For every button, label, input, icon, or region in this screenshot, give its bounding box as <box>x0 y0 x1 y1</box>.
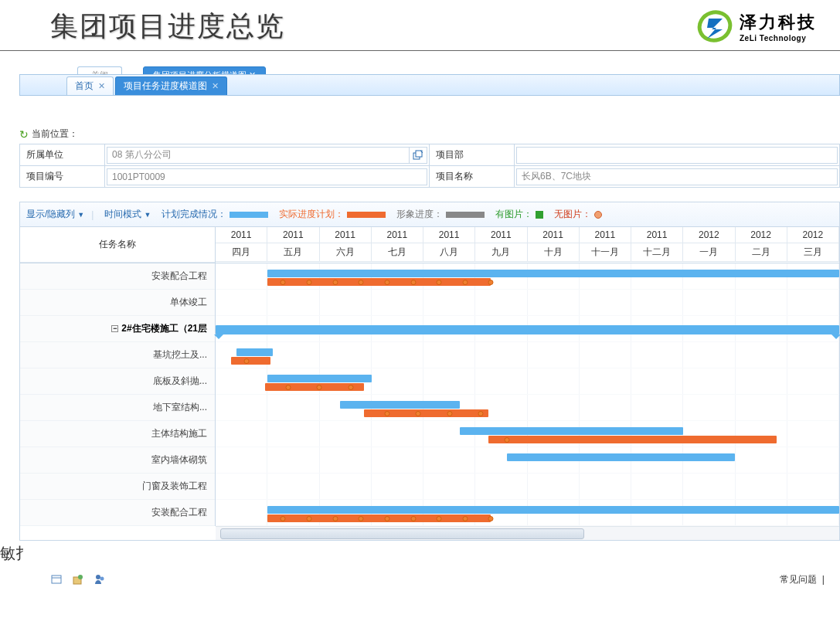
unit-label: 所属单位 <box>20 144 105 166</box>
chart-row <box>216 421 839 447</box>
task-row[interactable]: 门窗及装饰工程 <box>20 474 215 500</box>
chart-row <box>216 500 839 526</box>
progress-dot <box>348 385 353 390</box>
month-cell: 九月 <box>475 243 527 262</box>
plan-bar[interactable] <box>267 375 371 382</box>
task-row[interactable]: −2#住宅楼施工（21层 <box>20 316 215 342</box>
plan-bar[interactable] <box>507 453 736 461</box>
task-name: 主体结构施工 <box>151 427 207 440</box>
filter-form: 所属单位 项目部 项目编号 项目名称 <box>19 144 840 188</box>
year-cell: 2011 <box>528 227 580 243</box>
progress-dot <box>410 516 416 521</box>
actual-bar[interactable] <box>364 409 488 417</box>
actual-bar[interactable] <box>267 514 491 522</box>
legend-image-progress: 形象进度： <box>396 208 485 221</box>
progress-dot <box>462 280 468 285</box>
month-cell: 一月 <box>683 243 735 262</box>
plan-bar[interactable] <box>340 401 460 409</box>
legend-actual: 实际进度计划： <box>279 208 386 221</box>
year-cell: 2011 <box>631 227 683 243</box>
logo-icon <box>696 8 733 45</box>
scrollbar-thumb[interactable] <box>220 528 584 539</box>
close-icon[interactable]: ✕ <box>98 81 105 91</box>
task-name: 2#住宅楼施工（21层 <box>121 322 207 335</box>
logo: 泽力科技 ZeLi Technology <box>696 8 817 45</box>
code-input[interactable] <box>107 168 427 185</box>
progress-dot <box>447 411 452 416</box>
show-hide-columns[interactable]: 显示/隐藏列▼| <box>26 208 94 221</box>
task-row[interactable]: 地下室结构... <box>20 395 215 421</box>
task-row[interactable]: 主体结构施工 <box>20 421 215 447</box>
task-row[interactable]: 单体竣工 <box>20 290 215 316</box>
chart-row <box>216 368 839 395</box>
task-row[interactable]: 安装配合工程 <box>20 500 215 526</box>
plan-bar[interactable] <box>236 348 273 356</box>
task-row[interactable]: 底板及斜抛... <box>20 368 215 395</box>
refresh-icon[interactable]: ↻ <box>19 128 29 141</box>
chart-row <box>216 263 839 290</box>
footer-icon-3[interactable] <box>94 573 106 586</box>
task-column-header: 任务名称 <box>20 227 215 263</box>
tab-project-gantt[interactable]: 项目任务进度横道图 ✕ <box>115 76 227 95</box>
dept-input[interactable] <box>516 147 838 164</box>
close-icon[interactable]: ✕ <box>212 81 219 91</box>
horizontal-scrollbar[interactable] <box>216 526 839 540</box>
lookup-icon[interactable] <box>409 147 427 164</box>
page-title: 集团项目进度总览 <box>50 8 285 46</box>
year-cell: 2011 <box>267 227 319 243</box>
chevron-down-icon: ▼ <box>144 211 151 219</box>
progress-dot <box>281 516 286 521</box>
progress-dot <box>384 280 389 285</box>
name-input[interactable] <box>516 168 838 185</box>
tab-home[interactable]: 首页 ✕ <box>66 76 114 95</box>
year-cell: 2012 <box>736 227 787 243</box>
progress-dot <box>244 358 250 364</box>
month-cell: 五月 <box>267 243 319 262</box>
task-row[interactable]: 室内墙体砌筑 <box>20 447 215 474</box>
progress-dot <box>488 280 494 285</box>
gantt-chart: 显示/隐藏列▼| 时间模式▼ 计划完成情况： 实际进度计划： 形象进度： 有图片… <box>19 202 840 541</box>
task-row[interactable]: 基坑挖土及... <box>20 342 215 368</box>
unit-input[interactable] <box>107 147 409 164</box>
svg-point-6 <box>96 575 100 579</box>
svg-point-5 <box>78 575 83 579</box>
truncated-text: 敏扌 <box>0 543 31 564</box>
progress-dot <box>384 516 389 521</box>
task-row[interactable]: 安装配合工程 <box>20 263 215 290</box>
chart-row <box>216 474 839 500</box>
progress-dot <box>437 280 442 285</box>
tab-label: 项目任务进度横道图 <box>124 80 207 93</box>
progress-dot <box>317 385 322 390</box>
task-name: 安装配合工程 <box>151 506 207 519</box>
plan-bar[interactable] <box>267 506 839 514</box>
progress-dot <box>332 280 338 285</box>
footer-icon-1[interactable] <box>50 573 63 586</box>
actual-bar[interactable] <box>267 278 491 286</box>
time-mode[interactable]: 时间模式▼ <box>104 208 151 221</box>
task-name: 室内墙体砌筑 <box>151 453 207 467</box>
footer-icon-2[interactable] <box>72 573 84 586</box>
progress-dot <box>488 516 494 521</box>
faq-link[interactable]: 常见问题 <box>780 574 817 585</box>
month-cell: 十一月 <box>580 243 631 262</box>
progress-dot <box>307 516 312 521</box>
month-cell: 七月 <box>372 243 423 262</box>
svg-rect-3 <box>52 576 61 583</box>
logo-name-cn: 泽力科技 <box>740 11 817 34</box>
actual-bar[interactable] <box>488 436 777 443</box>
actual-bar[interactable] <box>231 357 270 365</box>
month-cell: 六月 <box>320 243 372 262</box>
month-cell: 四月 <box>216 243 267 262</box>
plan-bar[interactable] <box>267 270 839 277</box>
progress-dot <box>437 516 442 521</box>
progress-dot <box>504 437 509 443</box>
collapse-icon[interactable]: − <box>111 325 118 332</box>
year-cell: 2012 <box>787 227 839 243</box>
year-cell: 2011 <box>320 227 372 243</box>
legend-no-pic: 无图片： <box>554 208 602 221</box>
chart-row <box>216 447 839 474</box>
progress-dot <box>478 411 483 416</box>
progress-dot <box>410 280 416 285</box>
code-label: 项目编号 <box>20 166 105 188</box>
plan-bar[interactable] <box>460 427 683 435</box>
